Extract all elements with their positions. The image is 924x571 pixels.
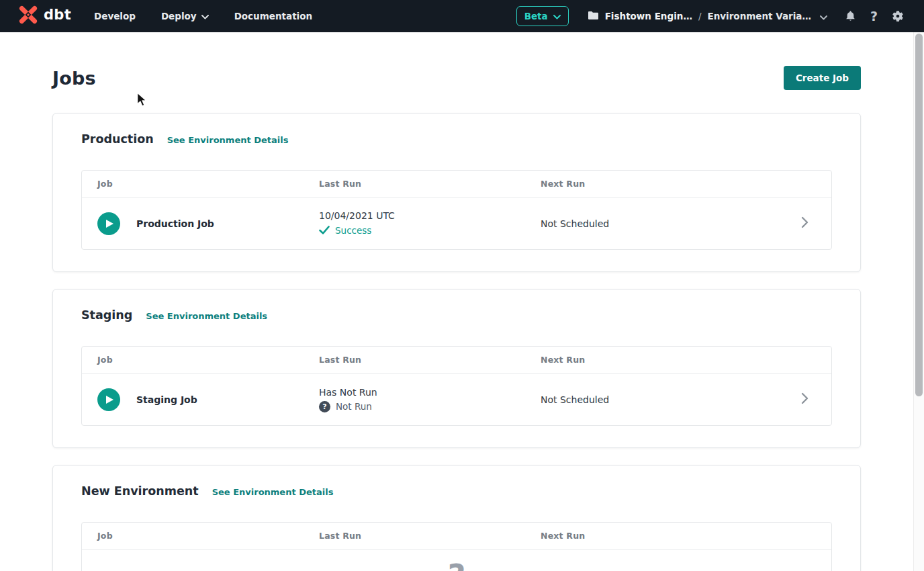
chevron-down-icon (201, 11, 209, 21)
job-row-staging-job[interactable]: Staging Job Has Not Run ? Not Run Not Sc… (82, 374, 831, 425)
column-header-last-run: Last Run (319, 531, 541, 541)
nav-item-deploy-label: Deploy (161, 11, 197, 21)
help-icon[interactable]: ? (870, 10, 878, 23)
status-badge: Not Run (336, 401, 372, 412)
table-header-row: Job Last Run Next Run (82, 523, 831, 550)
see-environment-details-link[interactable]: See Environment Details (146, 311, 267, 321)
jobs-table: Job Last Run Next Run ? (81, 522, 832, 571)
chevron-down-icon[interactable] (820, 10, 827, 23)
table-header-row: Job Last Run Next Run (82, 347, 831, 374)
column-header-job: Job (97, 531, 319, 541)
chevron-down-icon (553, 11, 561, 21)
last-run-date: 10/04/2021 UTC (319, 210, 541, 221)
vertical-scrollbar-track[interactable] (913, 32, 924, 571)
chevron-right-icon[interactable] (801, 216, 808, 231)
column-header-job: Job (97, 355, 319, 365)
run-job-play-button[interactable] (97, 212, 120, 235)
jobs-table: Job Last Run Next Run Production Job 10/… (81, 170, 832, 250)
job-row-production-job[interactable]: Production Job 10/04/2021 UTC Success No… (82, 197, 831, 249)
environment-card-new-environment: New Environment See Environment Details … (52, 465, 861, 571)
not-run-question-icon: ? (319, 401, 330, 412)
dbt-logo-icon (17, 4, 39, 28)
gear-icon[interactable] (892, 10, 904, 22)
see-environment-details-link[interactable]: See Environment Details (212, 487, 334, 497)
beta-dropdown-button[interactable]: Beta (516, 6, 569, 26)
environment-card-production: Production See Environment Details Job L… (52, 113, 861, 272)
column-header-last-run: Last Run (319, 179, 541, 189)
breadcrumb-separator: / (698, 11, 702, 21)
folder-icon (588, 10, 599, 23)
breadcrumb-page[interactable]: Environment Varia… (707, 11, 811, 21)
nav-item-develop-label: Develop (94, 11, 136, 21)
dbt-logo[interactable]: dbt (17, 4, 71, 28)
create-job-button[interactable]: Create Job (784, 66, 861, 90)
breadcrumb[interactable]: Fishtown Engin… / Environment Varia… (588, 10, 827, 23)
column-header-next-run: Next Run (541, 531, 778, 541)
main-content: Jobs Create Job Production See Environme… (0, 66, 913, 571)
empty-jobs-state: ? (82, 550, 831, 571)
table-header-row: Job Last Run Next Run (82, 171, 831, 197)
nav-item-develop[interactable]: Develop (94, 11, 136, 21)
chevron-right-icon[interactable] (801, 392, 808, 407)
column-header-last-run: Last Run (319, 355, 541, 365)
environment-title: Staging (81, 308, 132, 322)
beta-label: Beta (524, 11, 548, 21)
job-name[interactable]: Staging Job (136, 394, 197, 405)
nav-item-documentation-label: Documentation (234, 11, 312, 21)
see-environment-details-link[interactable]: See Environment Details (167, 135, 289, 145)
environment-card-staging: Staging See Environment Details Job Last… (52, 289, 861, 448)
page-title: Jobs (52, 68, 96, 89)
last-run-date: Has Not Run (319, 387, 541, 398)
column-header-job: Job (97, 179, 319, 189)
environment-title: Production (81, 132, 154, 146)
empty-state-question-icon: ? (448, 560, 466, 571)
job-name[interactable]: Production Job (136, 218, 214, 229)
status-badge: Success (335, 225, 371, 236)
column-header-next-run: Next Run (541, 179, 778, 189)
dbt-logo-text: dbt (44, 8, 71, 24)
run-job-play-button[interactable] (97, 388, 120, 411)
environment-title: New Environment (81, 484, 199, 498)
success-check-icon (319, 224, 330, 237)
nav-item-documentation[interactable]: Documentation (234, 11, 312, 21)
bell-icon[interactable] (845, 10, 856, 22)
next-run-value: Not Scheduled (541, 394, 778, 405)
nav-item-deploy[interactable]: Deploy (161, 11, 209, 21)
breadcrumb-project[interactable]: Fishtown Engin… (605, 11, 692, 21)
column-header-next-run: Next Run (541, 355, 778, 365)
next-run-value: Not Scheduled (541, 218, 778, 229)
jobs-table: Job Last Run Next Run Staging Job Has No… (81, 346, 832, 426)
top-navbar: dbt Develop Deploy Documentation Beta Fi… (0, 0, 924, 32)
vertical-scrollbar-thumb[interactable] (915, 34, 923, 396)
